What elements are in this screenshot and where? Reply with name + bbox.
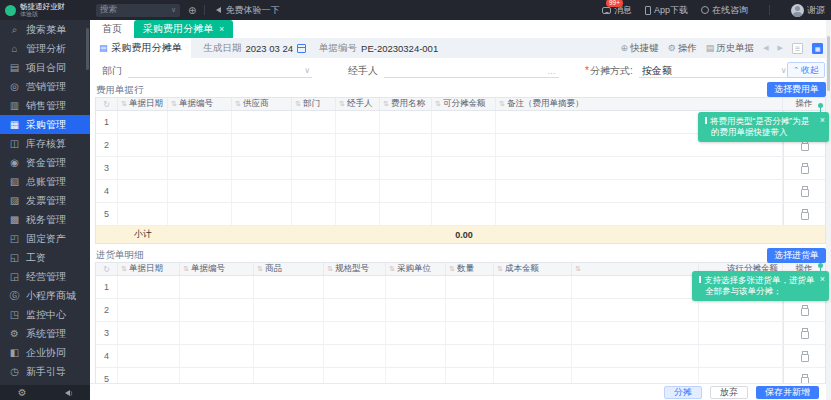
promo-link[interactable]: 免费体验一下: [213, 4, 279, 17]
table-cell[interactable]: [699, 322, 783, 344]
table-cell[interactable]: [118, 111, 168, 133]
sort-icon[interactable]: ⇅: [389, 265, 395, 273]
table-cell[interactable]: [324, 322, 386, 344]
save-and-new-button[interactable]: 保存并新增: [756, 386, 819, 399]
table-cell[interactable]: [380, 180, 432, 202]
table-cell[interactable]: [494, 322, 572, 344]
delete-row-button[interactable]: [801, 209, 809, 219]
table-cell[interactable]: [386, 345, 446, 367]
sort-icon[interactable]: ⇅: [449, 265, 455, 273]
table-cell[interactable]: [446, 276, 494, 298]
table-cell[interactable]: [232, 157, 292, 179]
sidebar-item-4[interactable]: ▥销售管理: [0, 96, 90, 115]
dept-select[interactable]: ∨: [128, 64, 312, 78]
select-expense-bill-button[interactable]: 选择费用单: [767, 82, 826, 97]
sort-icon[interactable]: ⇅: [257, 265, 263, 273]
sort-icon[interactable]: ⇅: [499, 100, 505, 108]
tab-active-document[interactable]: 采购费用分摊单 ×: [134, 20, 233, 38]
prev-record-button[interactable]: ◀: [763, 44, 768, 52]
table-cell[interactable]: [699, 299, 783, 321]
sidebar-item-14[interactable]: Ⓖ小程序商城: [0, 286, 90, 305]
user-menu[interactable]: 谢源: [791, 4, 825, 17]
table-cell[interactable]: [254, 322, 324, 344]
table-cell[interactable]: [432, 157, 496, 179]
close-tooltip-icon[interactable]: ×: [820, 274, 825, 285]
table-cell[interactable]: [232, 203, 292, 225]
sidebar-item-13[interactable]: ◲经营管理: [0, 267, 90, 286]
table-cell[interactable]: [494, 276, 572, 298]
table-cell[interactable]: [292, 134, 336, 156]
table-cell[interactable]: [292, 157, 336, 179]
view-toggle-list-icon[interactable]: ☰: [792, 43, 803, 54]
close-tab-icon[interactable]: ×: [219, 24, 224, 34]
plus-circle-icon[interactable]: ⊕: [188, 5, 196, 16]
table-cell[interactable]: [380, 157, 432, 179]
table-cell[interactable]: [336, 157, 380, 179]
page-scrollbar[interactable]: [826, 20, 831, 400]
online-service-button[interactable]: 在线咨询: [701, 4, 748, 17]
sort-icon[interactable]: ⇅: [183, 265, 189, 273]
delete-row-button[interactable]: [801, 351, 809, 361]
table-cell[interactable]: [324, 299, 386, 321]
table-cell[interactable]: [254, 276, 324, 298]
sort-icon[interactable]: ⇅: [435, 100, 441, 108]
table-cell[interactable]: [432, 111, 496, 133]
table-cell[interactable]: [180, 322, 254, 344]
table-cell[interactable]: [572, 299, 699, 321]
table-cell[interactable]: [168, 203, 232, 225]
shortcut-keys-button[interactable]: ⊕快捷键: [621, 42, 659, 55]
close-tooltip-icon[interactable]: ×: [820, 115, 825, 126]
table-cell[interactable]: [118, 345, 180, 367]
table-cell[interactable]: [118, 203, 168, 225]
chevron-down-icon[interactable]: ∨: [171, 6, 176, 14]
table-cell[interactable]: [432, 134, 496, 156]
sidebar-item-11[interactable]: ◰固定资产: [0, 229, 90, 248]
sort-icon[interactable]: ⇅: [235, 100, 241, 108]
table-cell[interactable]: [336, 111, 380, 133]
sidebar-scrollbar[interactable]: [86, 28, 89, 70]
table-cell[interactable]: [118, 180, 168, 202]
scrollbar-thumb[interactable]: [827, 36, 830, 91]
table-cell[interactable]: [324, 276, 386, 298]
table-cell[interactable]: [254, 345, 324, 367]
table-cell[interactable]: [386, 276, 446, 298]
sort-icon[interactable]: ⇅: [327, 265, 333, 273]
table-cell[interactable]: [324, 345, 386, 367]
refresh-icon[interactable]: ↻: [103, 100, 110, 109]
sort-icon[interactable]: ⇅: [121, 265, 127, 273]
sort-icon[interactable]: ⇅: [497, 265, 503, 273]
table-cell[interactable]: [180, 276, 254, 298]
settings-gear-icon[interactable]: ⚙: [18, 387, 27, 398]
sidebar-item-0[interactable]: ⌕搜索菜单: [0, 20, 90, 39]
sidebar-item-9[interactable]: ▨发票管理: [0, 191, 90, 210]
table-cell[interactable]: [386, 322, 446, 344]
sidebar-item-12[interactable]: ◱工资: [0, 248, 90, 267]
sort-icon[interactable]: ⇅: [383, 100, 389, 108]
table-cell[interactable]: [232, 134, 292, 156]
delete-row-button[interactable]: [801, 305, 809, 315]
table-cell[interactable]: [380, 134, 432, 156]
table-cell[interactable]: [118, 276, 180, 298]
table-cell[interactable]: [336, 203, 380, 225]
delete-row-button[interactable]: [801, 328, 809, 338]
method-select[interactable]: 按金额∨: [639, 64, 789, 78]
table-cell[interactable]: [168, 157, 232, 179]
handler-input[interactable]: …: [384, 64, 559, 78]
table-cell[interactable]: [432, 203, 496, 225]
sidebar-item-15[interactable]: ◳监控中心: [0, 305, 90, 324]
table-cell[interactable]: [446, 345, 494, 367]
table-cell[interactable]: [118, 134, 168, 156]
next-record-button[interactable]: ▶: [778, 44, 783, 52]
table-cell[interactable]: [572, 322, 699, 344]
sort-icon[interactable]: ⇅: [295, 100, 301, 108]
sort-icon[interactable]: ⇅: [339, 100, 345, 108]
sidebar-item-16[interactable]: ⚙系统管理: [0, 324, 90, 343]
app-download-button[interactable]: App下载: [645, 4, 688, 17]
refresh-icon[interactable]: ↻: [103, 265, 110, 274]
sidebar-item-2[interactable]: ▤项目合同: [0, 58, 90, 77]
table-cell[interactable]: [494, 345, 572, 367]
table-cell[interactable]: [496, 157, 783, 179]
allocate-button[interactable]: 分摊: [664, 386, 702, 399]
sidebar-item-10[interactable]: ▩税务管理: [0, 210, 90, 229]
delete-row-button[interactable]: [801, 186, 809, 196]
